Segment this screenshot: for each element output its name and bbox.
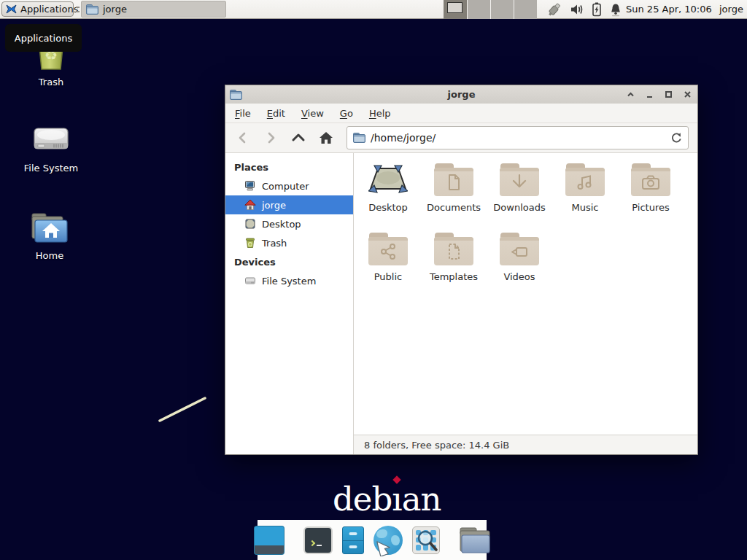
sidebar-item-file-system[interactable]: File System [225, 271, 353, 290]
taskbar-window-button[interactable]: jorge [81, 1, 226, 18]
folder-icon [86, 4, 98, 15]
bell-icon[interactable] [609, 3, 622, 17]
workspace-window-miniature [447, 2, 462, 13]
panel-handle[interactable] [76, 5, 80, 14]
status-bar: 8 folders, Free space: 14.4 GiB [354, 435, 697, 454]
file-item-downloads[interactable]: Downloads [487, 163, 551, 233]
file-label: Downloads [493, 202, 545, 213]
sidebar-item-label: Desktop [262, 219, 301, 230]
sidebar-item-label: Computer [262, 181, 309, 192]
file-item-templates[interactable]: Templates [422, 233, 486, 302]
desktop-screen: Applications jorge [0, 0, 747, 560]
desktop-icon-label: File System [24, 163, 78, 174]
folder-icon[interactable] [459, 526, 491, 554]
menu-file[interactable]: File [235, 108, 251, 119]
desktop-icon-home[interactable]: Home [9, 213, 90, 261]
trash-icon [244, 237, 256, 249]
sidebar-item-computer[interactable]: Computer [225, 176, 353, 195]
workspace-1[interactable] [444, 0, 467, 19]
file-label: Videos [503, 271, 535, 282]
menu-help[interactable]: Help [369, 108, 391, 119]
battery-icon[interactable] [591, 2, 603, 17]
sidebar-item-label: jorge [262, 200, 286, 211]
status-text: 8 folders, Free space: 14.4 GiB [364, 440, 509, 451]
file-label: Documents [427, 202, 481, 213]
taskbar-window-label: jorge [103, 4, 127, 15]
menu-edit[interactable]: Edit [267, 108, 285, 119]
hard-drive-icon [244, 275, 256, 287]
app-finder-icon[interactable] [412, 526, 440, 554]
sidebar-item-desktop[interactable]: Desktop [225, 214, 353, 233]
toolbar: /home/jorge/ [225, 123, 697, 153]
shade-button[interactable] [624, 89, 636, 101]
top-panel: Applications jorge [0, 0, 747, 19]
volume-icon[interactable] [570, 3, 584, 16]
workspace-2[interactable] [467, 0, 490, 19]
file-label: Desktop [368, 202, 408, 213]
home-icon [244, 199, 256, 211]
applications-menu-button[interactable]: Applications [1, 1, 74, 17]
up-button[interactable] [285, 127, 311, 149]
file-label: Pictures [632, 202, 669, 213]
maximize-button[interactable] [662, 89, 674, 101]
terminal-icon[interactable] [303, 526, 333, 554]
folder-documents-icon [434, 163, 473, 196]
file-manager-window: jorge File Edit View Go Help [225, 85, 698, 455]
peripheral-plug-icon[interactable] [546, 1, 563, 18]
home-button[interactable] [313, 127, 339, 149]
reload-button[interactable] [670, 132, 682, 144]
applications-menu-label: Applications [20, 4, 78, 15]
file-label: Music [572, 202, 599, 213]
file-item-videos[interactable]: Videos [487, 233, 551, 302]
path-folder-icon [353, 133, 365, 143]
sidebar-item-label: File System [262, 276, 316, 287]
folder-public-icon [368, 233, 408, 265]
sidebar-item-jorge[interactable]: jorge [225, 195, 353, 214]
workspace-4[interactable] [514, 0, 537, 19]
system-tray [546, 0, 622, 19]
folder-templates-icon [434, 233, 473, 265]
sidebar-item-trash[interactable]: Trash [225, 233, 353, 252]
file-cabinet-icon[interactable] [342, 526, 364, 554]
file-label: Templates [430, 271, 478, 282]
file-item-public[interactable]: Public [356, 233, 420, 302]
file-item-desktop[interactable]: Desktop [356, 163, 420, 233]
window-titlebar[interactable]: jorge [225, 85, 697, 104]
xfce-logo-icon [5, 3, 18, 15]
file-label: Public [374, 271, 402, 282]
computer-icon [244, 180, 256, 192]
desktop-icon-file-system[interactable]: File System [11, 122, 91, 174]
menu-view[interactable]: View [301, 108, 324, 119]
panel-username[interactable]: jorge [719, 0, 743, 19]
file-item-pictures[interactable]: Pictures [619, 163, 683, 233]
desktop-special-icon [368, 163, 408, 196]
applications-tooltip: Applications [5, 24, 82, 52]
file-grid: Desktop Documents Downloads [354, 153, 697, 435]
file-item-documents[interactable]: Documents [422, 163, 486, 233]
path-bar[interactable]: /home/jorge/ [347, 126, 689, 149]
workspace-switcher[interactable] [444, 0, 537, 19]
desktop-icon-label: Home [36, 250, 63, 261]
back-button[interactable] [230, 127, 256, 149]
desktop-icon-label: Trash [39, 77, 63, 88]
file-item-music[interactable]: Music [553, 163, 617, 233]
path-text[interactable]: /home/jorge/ [371, 132, 665, 144]
close-button[interactable] [681, 89, 693, 101]
web-browser-icon[interactable] [374, 526, 403, 555]
panel-clock[interactable]: Sun 25 Apr, 10:06 [626, 0, 712, 19]
sidebar: Places Computer [225, 153, 354, 454]
forward-button[interactable] [258, 127, 284, 149]
sidebar-item-label: Trash [262, 238, 287, 249]
menu-go[interactable]: Go [340, 108, 353, 119]
hard-drive-icon [31, 122, 71, 158]
folder-pictures-icon [631, 163, 670, 196]
tooltip-text: Applications [15, 33, 72, 44]
desktop-icon [244, 218, 256, 230]
sidebar-header-devices: Devices [225, 252, 353, 271]
window-icon[interactable] [254, 526, 285, 555]
bottom-dock [258, 520, 487, 560]
minimize-button[interactable] [643, 89, 655, 101]
menu-bar: File Edit View Go Help [225, 104, 697, 123]
workspace-3[interactable] [490, 0, 514, 19]
folder-music-icon [565, 163, 605, 196]
